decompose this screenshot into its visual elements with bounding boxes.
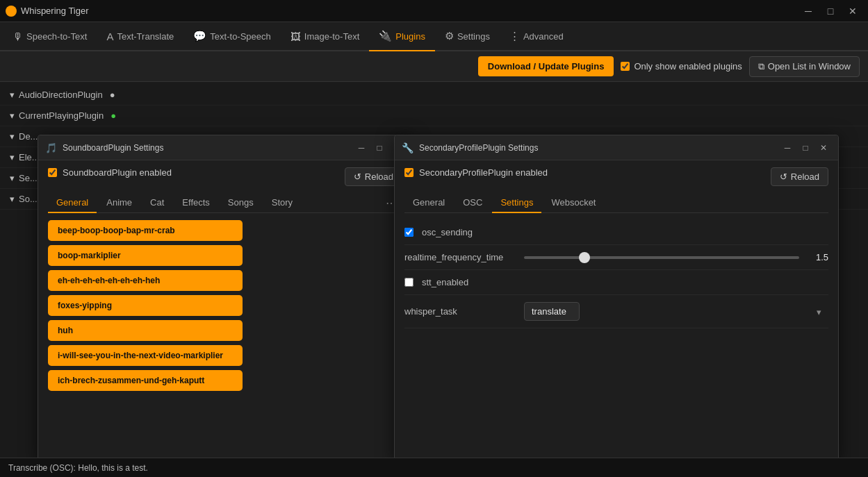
plugin-row-audio-direction[interactable]: ▾ AudioDirectionPlugin ● [0,85,868,106]
soundboard-maximize-button[interactable]: □ [372,142,387,154]
settings-stt-enabled: stt_enabled [404,270,828,295]
chevron-down-icon-se: ▾ [10,173,15,183]
soundboard-tab-effects[interactable]: Effects [174,193,218,213]
image-icon: 🖼 [290,31,301,42]
secondary-dialog-icon: 🔧 [402,142,413,153]
secondary-tab-settings[interactable]: Settings [492,193,541,213]
whisper-task-select-wrapper: translate transcribe [524,302,828,321]
sound-btn-4[interactable]: huh [48,320,243,341]
freq-slider-track [524,256,799,259]
soundboard-tabs: General Anime Cat Effects Songs Story ⋯ [48,193,402,213]
secondary-maximize-button[interactable]: □ [798,142,813,154]
soundboard-dialog-titlebar: 🎵 SoundboardPlugin Settings ─ □ ✕ [38,135,412,160]
soundboard-dialog-icon: 🎵 [45,142,57,153]
secondary-enabled-label: SecondaryProfilePlugin enabled [419,167,548,178]
whisper-task-select[interactable]: translate transcribe [524,302,580,321]
settings-realtime-freq: realtime_frequency_time 1.5 [404,245,828,270]
sound-btn-2[interactable]: eh-eh-eh-eh-eh-eh-eh-heh [48,270,243,291]
settings-icon: ⚙ [445,30,454,42]
freq-value: 1.5 [808,252,828,262]
only-enabled-toggle[interactable]: Only show enabled plugins [621,61,742,72]
advanced-icon: ⋮ [509,30,520,42]
secondary-dialog-title: SecondaryProfilePlugin Settings [419,143,774,153]
tts-icon: 💬 [193,30,206,42]
status-bar: Transcribe (OSC): Hello, this is a test. [0,458,868,477]
chevron-down-icon: ▾ [10,90,15,100]
tab-settings[interactable]: ⚙ Settings [435,22,500,51]
soundboard-enabled-label: SoundboardPlugin enabled [63,167,172,178]
close-button[interactable]: ✕ [843,4,862,18]
soundboard-tab-general[interactable]: General [48,193,97,213]
secondary-enabled-checkbox[interactable] [404,168,413,177]
sound-btn-3[interactable]: foxes-yipping [48,295,243,316]
secondary-tab-websocket[interactable]: Websocket [543,193,604,213]
secondary-dialog-controls: ─ □ ✕ [780,142,831,154]
chevron-down-icon-current: ▾ [10,110,15,121]
soundboard-tab-anime[interactable]: Anime [98,193,140,213]
sound-btn-6[interactable]: ich-brech-zusammen-und-geh-kaputt [48,370,243,391]
chevron-down-icon-ele: ▾ [10,152,15,162]
app-icon [6,6,17,17]
settings-osc-sending: osc_sending [404,220,828,245]
secondary-tabs: General OSC Settings Websocket [404,193,828,213]
open-window-icon: ⧉ [758,61,764,72]
tab-advanced[interactable]: ⋮ Advanced [500,22,573,51]
sound-btn-0[interactable]: beep-boop-boop-bap-mr-crab [48,220,243,241]
download-update-button[interactable]: Download / Update Plugins [478,56,614,76]
only-enabled-checkbox[interactable] [621,62,630,71]
tab-text-to-speech[interactable]: 💬 Text-to-Speech [183,22,280,51]
soundboard-dialog: 🎵 SoundboardPlugin Settings ─ □ ✕ Soundb… [38,135,413,461]
secondary-enabled-row: SecondaryProfilePlugin enabled [404,167,548,178]
osc-sending-checkbox[interactable] [404,228,413,237]
window-controls: ─ □ ✕ [799,4,862,18]
reload-icon: ↺ [354,171,361,182]
open-list-window-button[interactable]: ⧉ Open List in Window [749,56,860,77]
sound-btn-5[interactable]: i-will-see-you-in-the-next-video-markipl… [48,345,243,366]
soundboard-tab-story[interactable]: Story [263,193,301,213]
secondary-close-button[interactable]: ✕ [816,142,831,154]
sound-btn-1[interactable]: boop-markiplier [48,245,243,266]
secondary-reload-button[interactable]: ↺ Reload [771,167,828,186]
secondary-dialog-body: SecondaryProfilePlugin enabled ↺ Reload … [395,160,838,335]
secondary-minimize-button[interactable]: ─ [780,142,795,154]
top-action-bar: Download / Update Plugins Only show enab… [0,51,868,82]
settings-whisper-task: whisper_task translate transcribe [404,295,828,328]
soundboard-minimize-button[interactable]: ─ [354,142,369,154]
soundboard-enabled-row: SoundboardPlugin enabled [48,167,172,178]
soundboard-enabled-checkbox[interactable] [48,168,57,177]
tab-image-to-text[interactable]: 🖼 Image-to-Text [281,22,369,51]
chevron-down-icon-de: ▾ [10,131,15,142]
status-dot-current: ● [110,110,116,121]
stt-enabled-checkbox[interactable] [404,278,413,287]
app-title: Whispering Tiger [21,6,89,16]
chevron-down-icon-so: ▾ [10,194,15,204]
freq-slider-container [524,256,799,259]
status-dot-audio: ● [110,90,115,100]
soundboard-dialog-title: SoundboardPlugin Settings [63,143,348,153]
plugin-row-current-playing[interactable]: ▾ CurrentPlayingPlugin ● [0,106,868,126]
title-bar: Whispering Tiger ─ □ ✕ [0,0,868,22]
secondary-dialog: 🔧 SecondaryProfilePlugin Settings ─ □ ✕ … [394,135,839,461]
secondary-tab-osc[interactable]: OSC [455,193,491,213]
secondary-dialog-titlebar: 🔧 SecondaryProfilePlugin Settings ─ □ ✕ [395,135,838,160]
secondary-reload-icon: ↺ [780,171,787,182]
tab-plugins[interactable]: 🔌 Plugins [369,22,435,51]
tab-text-translate[interactable]: A Text-Translate [97,22,183,51]
soundboard-dialog-body: SoundboardPlugin enabled ↺ Reload Genera… [38,160,412,477]
minimize-button[interactable]: ─ [799,4,818,18]
maximize-button[interactable]: □ [821,4,840,18]
tab-speech-to-text[interactable]: 🎙 Speech-to-Text [3,22,97,51]
translate-icon: A [106,31,113,42]
soundboard-sounds-list: beep-boop-boop-bap-mr-crab boop-markipli… [48,220,402,470]
soundboard-tab-cat[interactable]: Cat [142,193,172,213]
secondary-tab-general[interactable]: General [404,193,453,213]
main-nav: 🎙 Speech-to-Text A Text-Translate 💬 Text… [0,22,868,51]
plugins-icon: 🔌 [379,30,392,42]
speech-icon: 🎙 [13,31,23,42]
freq-slider-thumb[interactable] [579,252,590,263]
soundboard-tab-songs[interactable]: Songs [220,193,262,213]
status-text: Transcribe (OSC): Hello, this is a test. [8,463,148,473]
